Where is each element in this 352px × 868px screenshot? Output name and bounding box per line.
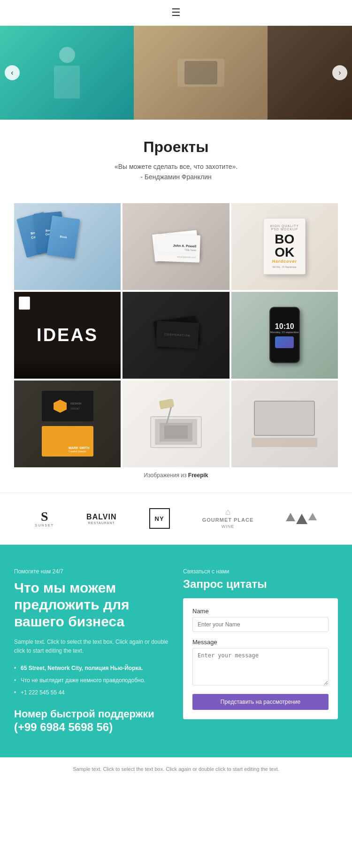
book-cover-3: Book	[46, 215, 80, 259]
grid-item-biz-cards-white[interactable]: John A. Powell Title here email@email.co…	[122, 203, 229, 290]
grid-item-design-cards[interactable]: DESIGNSTUDIO MARK SMITHCreative Director	[14, 381, 121, 467]
freepik-text: Изображения из	[144, 472, 187, 479]
navigation: ☰	[0, 0, 352, 26]
projects-quote-line1: «Вы можете сделать все, что захотите».	[14, 161, 338, 172]
partner-ny: NY	[149, 508, 170, 529]
project-grid: BookCover BookCover Book John A. Powell …	[14, 203, 338, 467]
projects-section: Проекты «Вы можете сделать все, что захо…	[0, 120, 352, 192]
name-label: Name	[192, 608, 329, 615]
name-input[interactable]	[192, 617, 329, 632]
message-label: Message	[192, 639, 329, 646]
cta-description: Sample text. Click to select the text bo…	[14, 638, 169, 655]
partner-mountain	[286, 513, 317, 524]
hero-slider: ‹ ›	[0, 26, 352, 120]
cta-contact-label: Связаться с нами	[183, 568, 338, 575]
grid-item-book-hard[interactable]: HIGH QUALITYPSD MOCKUP BOOK Hardcover DE…	[231, 203, 338, 290]
cta-list-item-3: +1 222 545 55 44	[14, 688, 169, 697]
partner-gourmet: ⌂ GOURMET PLACE WINE	[202, 507, 254, 530]
projects-title: Проекты	[14, 138, 338, 156]
cta-list-bold-1: 65 Street, Network City, полиция Нью-Йор…	[21, 665, 143, 671]
cta-phone-number: (+99 6984 5698 56)	[14, 721, 169, 734]
freepik-note: Изображения из Freepik	[0, 472, 352, 479]
cta-section: Помогите нам 24/7 Что мы можем предложит…	[0, 545, 352, 757]
phone-mockup: 10:10 Mondey, 15 september	[269, 307, 300, 363]
form-message-group: Message	[192, 639, 329, 687]
cta-help-label: Помогите нам 24/7	[14, 568, 169, 575]
slider-prev-button[interactable]: ‹	[5, 65, 20, 80]
form-name-group: Name	[192, 608, 329, 632]
laptop-hint	[14, 355, 121, 379]
freepik-link[interactable]: Freepik	[188, 472, 208, 479]
cta-form: Name Message Представить на рассмотрение	[183, 598, 338, 719]
footer-text: Sample text. Click to select the text bo…	[14, 765, 338, 774]
cta-form-title: Запрос цитаты	[183, 578, 338, 591]
dc-mark: MARK SMITHCreative Director	[69, 446, 90, 453]
grid-item-biz-dark[interactable]: CORPORATION	[122, 292, 229, 379]
ideas-label: IDEAS	[37, 325, 98, 345]
cta-phone-label: Номер быстрой поддержки	[14, 708, 169, 720]
mountain-tri-3	[308, 513, 317, 520]
projects-quote-line2: - Бенджамин Франклин	[14, 172, 338, 182]
hamburger-icon[interactable]: ☰	[171, 7, 181, 19]
dc-black-card: DESIGNSTUDIO	[42, 391, 93, 421]
grid-item-book-covers[interactable]: BookCover BookCover Book	[14, 203, 121, 290]
slider-next-button[interactable]: ›	[332, 65, 347, 80]
message-textarea[interactable]	[192, 648, 329, 685]
grid-item-hands[interactable]	[231, 381, 338, 467]
dc-orange-card: MARK SMITHCreative Director	[42, 426, 93, 457]
grid-item-lamp[interactable]	[122, 381, 229, 467]
design-cards-stack: DESIGNSTUDIO MARK SMITHCreative Director	[39, 391, 96, 457]
footer: Sample text. Click to select the text bo…	[0, 757, 352, 781]
partners-section: S SUNSET BALVIN RESTAURANT NY ⌂ GOURMET …	[0, 493, 352, 545]
partner-sunset: S SUNSET	[35, 510, 54, 527]
dc-hexagon	[54, 400, 67, 413]
cta-title: Что мы можем предложить для вашего бизне…	[14, 579, 169, 630]
cta-list: 65 Street, Network City, полиция Нью-Йор…	[14, 664, 169, 697]
cta-list-item-1: 65 Street, Network City, полиция Нью-Йор…	[14, 664, 169, 672]
mountain-tri-1	[286, 513, 295, 521]
slide-1	[0, 26, 134, 120]
grid-item-ideas[interactable]: IDEAS	[14, 292, 121, 379]
cta-right: Связаться с нами Запрос цитаты Name Mess…	[183, 568, 338, 734]
coffee-cup	[19, 297, 30, 310]
cta-list-item-2: Что не выглядит даже немного правдоподоб…	[14, 676, 169, 685]
phone-time: 10:10	[275, 322, 294, 331]
grid-item-phone[interactable]: 10:10 Mondey, 15 september	[231, 292, 338, 379]
mountain-tri-2	[296, 514, 307, 524]
partner-balvin: BALVIN RESTAURANT	[86, 513, 116, 525]
submit-button[interactable]: Представить на рассмотрение	[192, 694, 329, 710]
cta-left: Помогите нам 24/7 Что мы можем предложит…	[14, 568, 169, 734]
slide-2	[134, 26, 268, 120]
phone-date: Mondey, 15 september	[270, 331, 299, 334]
